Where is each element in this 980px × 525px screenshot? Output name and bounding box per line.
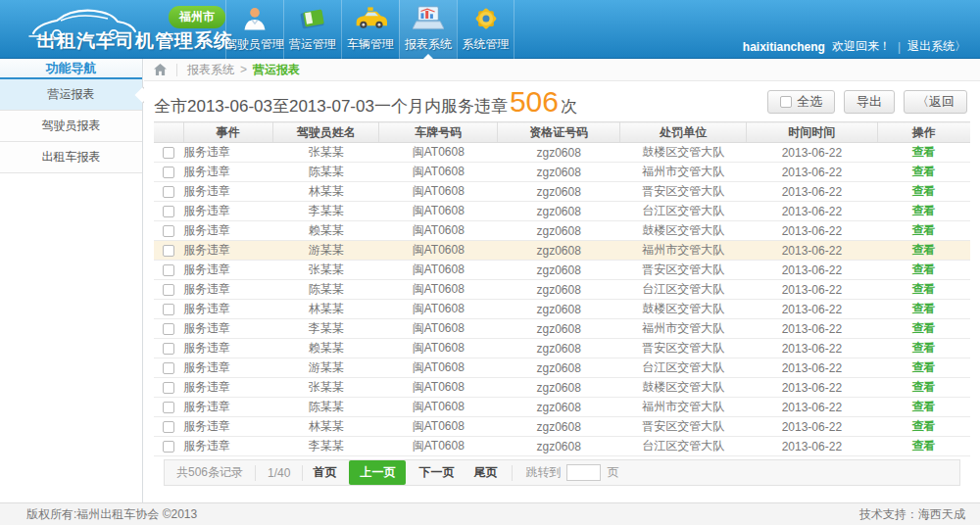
view-link[interactable]: 查看 — [912, 282, 936, 296]
next-page-button[interactable]: 下一页 — [409, 464, 464, 481]
violation-table: 事件 驾驶员姓名 车牌号码 资格证号码 处罚单位 时间时间 操作 服务违章 张某… — [154, 121, 970, 456]
view-link[interactable]: 查看 — [912, 439, 936, 453]
export-button[interactable]: 导出 — [844, 90, 895, 114]
view-link[interactable]: 查看 — [912, 262, 936, 276]
row-checkbox[interactable] — [163, 225, 174, 237]
event-cell: 服务违章 — [183, 280, 273, 300]
view-link[interactable]: 查看 — [912, 184, 936, 198]
last-page-button[interactable]: 尾页 — [464, 464, 507, 481]
sidebar-item-driver-report[interactable]: 驾驶员报表 — [0, 111, 142, 142]
prev-page-button[interactable]: 上一页 — [349, 460, 406, 485]
unit-cell: 福州市交管大队 — [620, 398, 747, 417]
view-link[interactable]: 查看 — [912, 165, 936, 178]
unit-cell: 台江区交管大队 — [620, 202, 747, 221]
title-prefix: 全市2013-06-03至2013-07-03一个月内服务违章 — [154, 95, 508, 118]
event-cell: 服务违章 — [183, 202, 273, 221]
plate-cell: 闽AT0608 — [379, 143, 498, 163]
row-checkbox[interactable] — [163, 284, 174, 296]
breadcrumb-divider — [176, 64, 177, 76]
row-checkbox[interactable] — [163, 167, 174, 178]
nav-vehicle-management[interactable]: 车辆管理 — [341, 0, 399, 59]
row-checkbox[interactable] — [163, 206, 174, 217]
person-icon — [241, 1, 269, 36]
row-checkbox[interactable] — [163, 323, 174, 335]
row-checkbox[interactable] — [163, 441, 174, 453]
pagination-bar: 共506条记录 1/40 首页 上一页 下一页 尾页 跳转到 页 — [164, 459, 960, 486]
view-link[interactable]: 查看 — [912, 302, 936, 315]
date-cell: 2013-06-22 — [747, 261, 877, 280]
gear-icon — [472, 1, 500, 36]
page-title: 全市2013-06-03至2013-07-03一个月内服务违章506次 — [154, 87, 577, 118]
cert-cell: zgz0608 — [498, 182, 620, 202]
unit-cell: 鼓楼区交管大队 — [620, 221, 747, 241]
unit-cell: 福州市交管大队 — [620, 319, 747, 339]
view-link[interactable]: 查看 — [912, 145, 936, 159]
table-row: 服务违章 游某某 闽AT0608 zgz0608 福州市交管大队 2013-06… — [154, 241, 970, 261]
jump-page-input[interactable] — [566, 464, 601, 481]
row-checkbox[interactable] — [163, 362, 174, 374]
nav-system-management[interactable]: 系统管理 — [457, 0, 514, 59]
event-cell: 服务违章 — [183, 378, 273, 398]
unit-cell: 鼓楼区交管大队 — [620, 300, 747, 319]
plate-cell: 闽AT0608 — [379, 182, 498, 202]
breadcrumb-separator: > — [240, 63, 247, 76]
view-link[interactable]: 查看 — [912, 380, 936, 394]
event-cell: 服务违章 — [183, 221, 273, 241]
unit-cell: 晋安区交管大队 — [620, 339, 747, 358]
back-button[interactable]: 〈返回 — [904, 90, 967, 114]
breadcrumb-section[interactable]: 报表系统 — [187, 62, 234, 78]
view-link[interactable]: 查看 — [912, 419, 936, 433]
view-link[interactable]: 查看 — [912, 400, 936, 413]
column-plate-number: 车牌号码 — [379, 122, 498, 143]
driver-name-cell: 林某某 — [273, 417, 379, 437]
date-cell: 2013-06-22 — [747, 417, 877, 437]
unit-cell: 台江区交管大队 — [620, 437, 747, 456]
row-checkbox[interactable] — [163, 264, 174, 276]
plate-cell: 闽AT0608 — [379, 163, 498, 182]
app-logo: 出租汽车司机管理系统 福州市 — [20, 0, 245, 59]
view-link[interactable]: 查看 — [912, 321, 936, 335]
view-link[interactable]: 查看 — [912, 223, 936, 237]
home-icon[interactable] — [154, 64, 167, 75]
plate-cell: 闽AT0608 — [379, 261, 498, 280]
view-link[interactable]: 查看 — [912, 204, 936, 217]
support-text: 技术支持：海西天成 — [859, 506, 965, 523]
view-link[interactable]: 查看 — [912, 341, 936, 355]
row-checkbox[interactable] — [163, 343, 174, 355]
sidebar-item-taxi-report[interactable]: 出租车报表 — [0, 142, 142, 173]
row-checkbox[interactable] — [163, 421, 174, 433]
cert-cell: zgz0608 — [498, 339, 620, 358]
date-cell: 2013-06-22 — [747, 221, 877, 241]
nav-report-system[interactable]: 报表系统 — [399, 0, 457, 59]
table-row: 服务违章 林某某 闽AT0608 zgz0608 鼓楼区交管大队 2013-06… — [154, 300, 970, 319]
select-all-checkbox[interactable] — [780, 96, 792, 108]
view-link[interactable]: 查看 — [912, 243, 936, 257]
date-cell: 2013-06-22 — [747, 300, 877, 319]
row-checkbox[interactable] — [163, 186, 174, 198]
nav-label: 营运管理 — [289, 36, 336, 53]
city-badge: 福州市 — [169, 6, 225, 28]
user-info: haixitiancheng 欢迎回来！ | 退出系统〉 — [743, 38, 966, 55]
event-cell: 服务违章 — [183, 182, 273, 202]
date-cell: 2013-06-22 — [747, 280, 877, 300]
nav-operation-management[interactable]: 营运管理 — [283, 0, 341, 59]
table-row: 服务违章 张某某 闽AT0608 zgz0608 晋安区交管大队 2013-06… — [154, 261, 970, 280]
row-checkbox[interactable] — [163, 147, 174, 159]
row-checkbox[interactable] — [163, 402, 174, 413]
row-checkbox[interactable] — [163, 245, 174, 257]
sidebar-item-operation-report[interactable]: 营运报表 — [0, 79, 142, 111]
select-all-button[interactable]: 全选 — [767, 90, 835, 114]
nav-driver-management[interactable]: 驾驶员管理 — [225, 0, 283, 59]
row-checkbox[interactable] — [163, 304, 174, 315]
driver-name-cell: 李某某 — [273, 202, 379, 221]
unit-cell: 晋安区交管大队 — [620, 261, 747, 280]
first-page-button[interactable]: 首页 — [303, 464, 346, 481]
jump-label: 跳转到 — [525, 464, 561, 481]
driver-name-cell: 李某某 — [273, 437, 379, 456]
logout-link[interactable]: 退出系统〉 — [907, 38, 966, 55]
table-row: 服务违章 李某某 闽AT0608 zgz0608 台江区交管大队 2013-06… — [154, 202, 970, 221]
row-checkbox[interactable] — [163, 382, 174, 394]
nav-label: 驾驶员管理 — [225, 36, 284, 53]
title-suffix: 次 — [561, 95, 577, 118]
view-link[interactable]: 查看 — [912, 360, 936, 374]
